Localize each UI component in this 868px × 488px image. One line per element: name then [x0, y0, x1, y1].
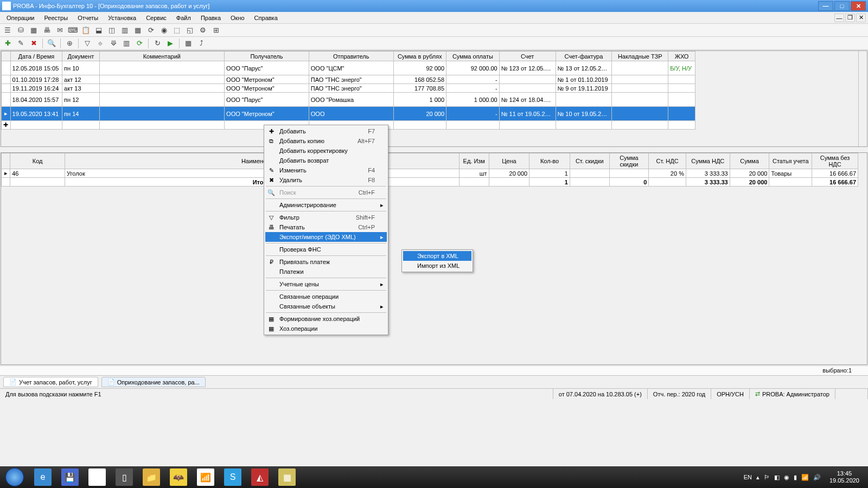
- context-item[interactable]: ✖УдалитьF8: [265, 175, 387, 185]
- tb-icon[interactable]: ☰: [2, 25, 13, 36]
- taskbar-chrome[interactable]: ◉: [84, 466, 111, 488]
- tb-icon[interactable]: ▥: [119, 25, 130, 36]
- context-item[interactable]: Администрирование▸: [265, 200, 387, 210]
- taskbar-save[interactable]: 💾: [56, 466, 84, 488]
- tb-icon[interactable]: ▥: [121, 38, 132, 49]
- context-item[interactable]: Связанные операции: [265, 292, 387, 301]
- tb-icon[interactable]: ⚙: [197, 25, 208, 36]
- taskbar-app[interactable]: 🦇: [165, 466, 192, 488]
- tray-icon[interactable]: ▴: [756, 474, 760, 481]
- taskbar-app[interactable]: ▯: [111, 466, 138, 488]
- col-tzr[interactable]: Накладные ТЗР: [612, 52, 668, 61]
- tray-icon[interactable]: 🔊: [813, 474, 821, 481]
- context-item[interactable]: Экспорт/импорт (ЭДО XML)▸: [265, 232, 387, 242]
- tb-icon[interactable]: ✉: [54, 25, 65, 36]
- find-icon[interactable]: 🔍: [46, 38, 57, 49]
- tb-icon[interactable]: ⬓: [93, 25, 104, 36]
- tray-icon[interactable]: 📶: [801, 474, 809, 481]
- tb-icon[interactable]: ▦: [132, 25, 143, 36]
- col-price[interactable]: Цена: [489, 153, 529, 169]
- context-item[interactable]: Импорт из XML: [403, 261, 471, 271]
- doc-tab[interactable]: 📄Учет запасов, работ, услуг: [3, 377, 98, 387]
- col-sum[interactable]: Сумма: [730, 153, 769, 169]
- run-icon[interactable]: ▶: [165, 38, 176, 49]
- tb-icon[interactable]: ◫: [106, 25, 117, 36]
- taskbar-ie[interactable]: e: [29, 466, 56, 488]
- mdi-minimize[interactable]: —: [834, 14, 844, 22]
- col-name[interactable]: Наименование: [65, 153, 459, 169]
- doc-tab[interactable]: 📄Оприходование запасов, ра...: [101, 377, 206, 387]
- table-row[interactable]: 12.05.2018 15:05пн 10ООО "Парус"ООО "ЦСМ…: [2, 61, 695, 75]
- filter-icon[interactable]: ▽: [82, 38, 93, 49]
- tb-icon[interactable]: ▦: [28, 25, 39, 36]
- tb-icon[interactable]: ⊞: [210, 25, 221, 36]
- table-row[interactable]: 01.10.2019 17:28акт 12ООО "Метроном"ПАО …: [2, 75, 695, 84]
- refresh-icon[interactable]: ⟳: [134, 38, 145, 49]
- zoom-icon[interactable]: ⊕: [64, 38, 75, 49]
- context-item[interactable]: Добавить корректировку: [265, 146, 387, 156]
- context-item[interactable]: ▽ФильтрShift+F: [265, 213, 387, 222]
- col-comment[interactable]: Комментарий: [99, 52, 224, 61]
- tb-icon[interactable]: ◱: [184, 25, 195, 36]
- delete-icon[interactable]: ✖: [28, 38, 39, 49]
- col-sum-novat[interactable]: Сумма без НДС: [812, 153, 858, 169]
- tb-icon[interactable]: ⟳: [145, 25, 156, 36]
- col-zho[interactable]: ЖХО: [668, 52, 695, 61]
- col-document[interactable]: Документ: [62, 52, 100, 61]
- col-marker[interactable]: [2, 153, 10, 169]
- tb-icon[interactable]: ↻: [152, 38, 163, 49]
- col-code[interactable]: Код: [10, 153, 65, 169]
- tb-icon[interactable]: 📋: [80, 25, 91, 36]
- taskbar-app[interactable]: ◭: [246, 466, 273, 488]
- menu-help[interactable]: Справка: [250, 14, 282, 22]
- context-item[interactable]: ▦Формирование хоз.операций: [265, 314, 387, 324]
- tray-icon[interactable]: ▮: [794, 474, 797, 481]
- col-receiver[interactable]: Получатель: [225, 52, 309, 61]
- mdi-restore[interactable]: ❐: [845, 14, 855, 22]
- context-item[interactable]: 🔍ПоискCtrl+F: [265, 188, 387, 197]
- table-row[interactable]: 19.11.2019 16:24акт 13ООО "Метроном"ПАО …: [2, 84, 695, 93]
- menu-reports[interactable]: Отчеты: [73, 14, 103, 22]
- col-sender[interactable]: Отправитель: [309, 52, 393, 61]
- tb-icon[interactable]: ⛁: [15, 25, 26, 36]
- tray-icon[interactable]: 🏳: [764, 474, 770, 480]
- menu-registries[interactable]: Реестры: [40, 14, 72, 22]
- menu-setup[interactable]: Установка: [104, 14, 141, 22]
- col-marker[interactable]: [2, 52, 11, 61]
- tb-icon[interactable]: ⟐: [95, 38, 106, 49]
- context-item[interactable]: Платежи: [265, 267, 387, 277]
- tray-icon[interactable]: ◧: [774, 474, 780, 481]
- mdi-close[interactable]: ✕: [856, 14, 866, 22]
- col-unit[interactable]: Ед. Изм: [459, 153, 489, 169]
- context-item[interactable]: Экспорт в XML: [403, 251, 471, 261]
- taskbar-wifi[interactable]: 📶: [192, 466, 219, 488]
- menu-file[interactable]: Файл: [172, 14, 195, 22]
- context-item[interactable]: 🖶ПечататьCtrl+P: [265, 222, 387, 232]
- clock[interactable]: 13:4519.05.2020: [825, 470, 864, 484]
- tb-icon[interactable]: ⟱: [108, 38, 119, 49]
- maximize-button[interactable]: □: [834, 1, 850, 11]
- tb-icon[interactable]: ⌨: [67, 25, 78, 36]
- context-item[interactable]: ✎ИзменитьF4: [265, 165, 387, 175]
- col-disc-sum[interactable]: Сумма скидки: [609, 153, 649, 169]
- lang-indicator[interactable]: EN: [744, 474, 752, 480]
- col-invoice[interactable]: Счет-фактура: [556, 52, 612, 61]
- table-row[interactable]: 18.04.2020 15:57пн 12ООО "Парус"ООО "Ром…: [2, 93, 695, 107]
- taskbar-skype[interactable]: S: [219, 466, 246, 488]
- menu-window[interactable]: Окно: [226, 14, 249, 22]
- menu-operations[interactable]: Операции: [2, 14, 39, 22]
- tb-icon[interactable]: ⤴: [196, 38, 207, 49]
- menu-service[interactable]: Сервис: [142, 14, 171, 22]
- menu-edit[interactable]: Правка: [196, 14, 225, 22]
- taskbar-explorer[interactable]: 📁: [138, 466, 165, 488]
- col-vat-sum[interactable]: Сумма НДС: [686, 153, 730, 169]
- close-button[interactable]: ✕: [851, 1, 866, 11]
- table-row[interactable]: ▸ 46 Уголок шт 20 000 1 20 % 3 333.33 20…: [2, 169, 858, 178]
- context-item[interactable]: Связанные объекты▸: [265, 301, 387, 311]
- context-item[interactable]: ✚ДобавитьF7: [265, 126, 387, 136]
- tb-icon[interactable]: ▦: [183, 38, 194, 49]
- start-button[interactable]: [0, 466, 29, 488]
- tray-icon[interactable]: ◉: [784, 474, 789, 481]
- col-vat-rate[interactable]: Ст. НДС: [649, 153, 686, 169]
- edit-icon[interactable]: ✎: [15, 38, 26, 49]
